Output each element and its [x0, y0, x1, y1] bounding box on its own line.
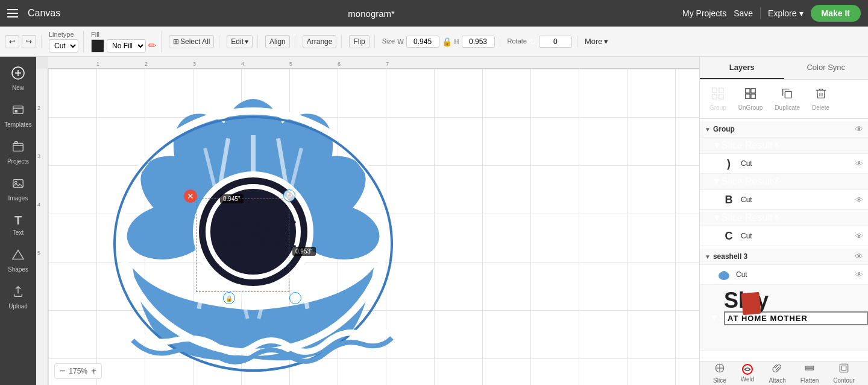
contour-icon: [838, 363, 849, 376]
delete-handle[interactable]: ✕: [184, 189, 197, 203]
select-all-button[interactable]: ⊞ Select All: [169, 35, 214, 48]
slice-re-eye[interactable]: 👁: [763, 313, 773, 323]
seashell-3-group[interactable]: ▼ seashell 3 👁: [700, 249, 868, 265]
svg-rect-39: [840, 364, 848, 372]
fill-color-swatch[interactable]: [91, 39, 104, 52]
slice-button[interactable]: Slice: [713, 363, 726, 384]
redo-button[interactable]: ↪: [22, 35, 36, 48]
slice2-visibility-icon[interactable]: 👁: [772, 176, 782, 187]
size-w-input[interactable]: [406, 36, 439, 48]
slice-result-2-header[interactable]: ▼ Slice Result 👁: [700, 174, 868, 190]
sidebar-item-images-label: Images: [8, 195, 28, 202]
slice3-cut-eye[interactable]: 👁: [855, 232, 863, 241]
sidebar-item-templates[interactable]: Templates: [2, 98, 34, 133]
my-projects-button[interactable]: My Projects: [682, 8, 726, 18]
slice-result-1-header[interactable]: ▼ Slice Result 👁: [700, 138, 868, 154]
red-card-icon: [741, 292, 761, 315]
save-button[interactable]: Save: [734, 8, 753, 18]
select-all-group: ⊞ Select All: [169, 35, 219, 48]
tab-layers[interactable]: Layers: [700, 57, 784, 79]
arrange-button[interactable]: Arrange: [303, 35, 337, 48]
hamburger-menu[interactable]: [7, 9, 18, 18]
flatten-button[interactable]: Flatten: [800, 363, 819, 384]
svg-rect-6: [15, 142, 18, 144]
sidebar-item-new[interactable]: New: [2, 62, 34, 96]
text-icon: T: [14, 214, 22, 228]
align-button[interactable]: Align: [265, 35, 290, 48]
slice1-cut-item[interactable]: ) Cut 👁: [700, 154, 868, 174]
tab-color-sync[interactable]: Color Sync: [784, 57, 869, 79]
slice2-cut-item[interactable]: B Cut 👁: [700, 190, 868, 210]
slice3-visibility-icon[interactable]: 👁: [772, 212, 782, 223]
slice1-cut-eye[interactable]: 👁: [855, 159, 863, 168]
panel-icon-bar: Group UnGroup Duplicate Delete: [700, 80, 868, 119]
linetype-select[interactable]: Cut: [49, 39, 78, 52]
canvas-design[interactable]: CBM ✕ ↻ 🔒 ⤡ 0.945" 0.953": [54, 69, 452, 385]
fill-select[interactable]: No Fill: [107, 39, 146, 52]
size-label: Size: [382, 37, 395, 45]
explore-button[interactable]: Explore ▾: [768, 8, 803, 18]
group-visibility-icon[interactable]: 👁: [855, 124, 863, 134]
rotate-input[interactable]: [539, 36, 572, 48]
ungroup-button[interactable]: UnGroup: [734, 84, 768, 113]
duplicate-icon: [781, 87, 794, 103]
make-it-button[interactable]: Make It: [811, 5, 861, 22]
weld-button[interactable]: Weld: [741, 364, 755, 383]
lock-icon[interactable]: 🔒: [442, 37, 452, 46]
projects-icon: [11, 140, 25, 156]
edit-dropdown-icon: ▾: [245, 37, 248, 46]
zoom-out-button[interactable]: −: [60, 366, 65, 377]
canvas-area[interactable]: 1 2 3 4 5 6 7 2 3 4 5: [36, 57, 699, 385]
sidebar-item-shapes[interactable]: Shapes: [2, 243, 34, 278]
images-icon: [11, 177, 25, 193]
rotate-handle[interactable]: ↻: [283, 189, 295, 202]
pencil-icon[interactable]: ✏: [148, 40, 156, 51]
slice3-cut-item[interactable]: C Cut 👁: [700, 226, 868, 246]
size-h-input[interactable]: [462, 36, 495, 48]
seashell-visibility-icon[interactable]: 👁: [855, 252, 863, 261]
attach-button[interactable]: Attach: [769, 363, 785, 384]
sidebar-item-projects[interactable]: Projects: [2, 135, 34, 170]
panel-tabs: Layers Color Sync: [700, 57, 868, 80]
slice2-cut-eye[interactable]: 👁: [855, 196, 863, 205]
layers-list: ▼ Group 👁 ▼ Slice Result 👁 ) Cut 👁 ▼ Sli…: [700, 119, 868, 361]
group-button[interactable]: Group: [705, 84, 731, 113]
edit-button[interactable]: Edit ▾: [227, 35, 253, 48]
sidebar-item-upload[interactable]: Upload: [2, 280, 34, 314]
undo-button[interactable]: ↩: [5, 35, 19, 48]
svg-rect-38: [805, 369, 814, 370]
duplicate-button[interactable]: Duplicate: [770, 84, 805, 113]
toolbar: ↩ ↪ Linetype Cut Fill No Fill ✏ ⊞ Se: [0, 27, 868, 57]
scale-handle[interactable]: ⤡: [289, 292, 301, 304]
svg-rect-26: [719, 95, 723, 99]
slice-re-group[interactable]: ▼ Slice Re... 👁 Slay AT HOME MOTHER: [700, 285, 868, 351]
shapes-icon: [11, 248, 25, 264]
svg-rect-25: [712, 95, 717, 99]
edit-group: Edit ▾: [227, 35, 258, 48]
slice2-chevron: ▼: [712, 176, 722, 187]
slice-result-3-header[interactable]: ▼ Slice Result 👁: [700, 210, 868, 226]
delete-layer-button[interactable]: Delete: [807, 84, 834, 113]
seashell-cut-item[interactable]: Cut 👁: [700, 265, 868, 285]
undo-redo-group: ↩ ↪: [5, 35, 42, 48]
seashell-chevron: ▼: [705, 253, 711, 260]
svg-rect-40: [841, 366, 846, 371]
zoom-controls: − 175% +: [54, 363, 102, 379]
sidebar-item-images[interactable]: Images: [2, 172, 34, 206]
slice1-visibility-icon[interactable]: 👁: [772, 140, 782, 151]
sidebar-item-text[interactable]: T Text: [2, 209, 34, 241]
linetype-group: Linetype Cut: [49, 31, 84, 52]
letter-c-thumbnail: C: [722, 229, 736, 243]
more-button[interactable]: More ▾: [585, 37, 608, 46]
lock-handle[interactable]: 🔒: [223, 292, 235, 304]
flip-button[interactable]: Flip: [349, 35, 369, 48]
nav-right: My Projects Save Explore ▾ Make It: [682, 5, 861, 22]
zoom-in-button[interactable]: +: [91, 366, 96, 377]
slice2-name: Slice Result: [722, 176, 772, 187]
layer-group-main[interactable]: ▼ Group 👁: [700, 121, 868, 138]
size-group: Size W 🔒 H: [382, 36, 500, 48]
group-name: Group: [713, 125, 855, 133]
contour-button[interactable]: Contour: [833, 363, 855, 384]
svg-rect-24: [719, 88, 723, 92]
seashell-cut-eye[interactable]: 👁: [855, 270, 863, 279]
